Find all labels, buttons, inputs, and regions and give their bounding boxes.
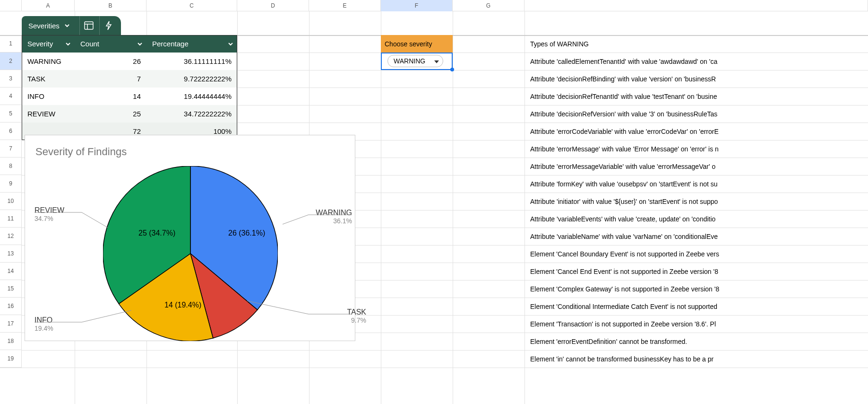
row-header-19[interactable]: 19 (0, 350, 22, 368)
table-header-label: Percentage (152, 40, 189, 48)
message-cell[interactable]: Element 'in' cannot be transformed busin… (527, 350, 868, 368)
severity-dropdown[interactable]: WARNING (387, 55, 443, 67)
message-text: Attribute 'calledElementTenantId' with v… (530, 58, 717, 65)
svg-rect-0 (85, 22, 93, 29)
col-header-G[interactable]: G (453, 0, 524, 11)
row-header-9[interactable]: 9 (0, 175, 22, 193)
message-text: Attribute 'decisionRefVersion' with valu… (530, 110, 717, 118)
cell-pct: 9.722222222% (146, 70, 237, 88)
message-cell[interactable]: Element 'Conditional Intermediate Catch … (527, 298, 868, 315)
cell-pct: 36.11111111% (146, 53, 237, 70)
message-cell[interactable]: Attribute 'errorMessageVariable' with va… (527, 158, 868, 175)
message-text: Attribute 'errorCodeVariable' with value… (530, 128, 719, 135)
row-header-1[interactable]: 1 (0, 35, 22, 53)
row-header-2[interactable]: 2 (0, 53, 22, 70)
cell-pct: 34.72222222% (146, 105, 237, 123)
chevron-down-icon (65, 41, 71, 47)
message-cell[interactable]: Attribute 'decisionRefBinding' with valu… (527, 70, 868, 88)
row-header-13[interactable]: 13 (0, 245, 22, 263)
lightning-icon[interactable] (99, 16, 118, 35)
col-header-A[interactable]: A (22, 0, 75, 11)
message-text: Attribute 'variableName' with value 'var… (530, 233, 718, 240)
message-text: Element 'Complex Gateway' is not support… (530, 285, 719, 293)
table-row[interactable]: TASK 7 9.722222222% (22, 70, 237, 88)
fill-handle[interactable] (450, 68, 454, 71)
message-text: Attribute 'decisionRefTenantId' with val… (530, 93, 717, 100)
message-text: Element 'Conditional Intermediate Catch … (530, 303, 717, 310)
message-cell[interactable]: Element 'Complex Gateway' is not support… (527, 280, 868, 298)
col-header-C[interactable]: C (146, 0, 237, 11)
gridline (453, 11, 453, 404)
cell-count: 14 (75, 88, 146, 105)
chevron-down-icon (137, 41, 143, 47)
cell-pct: 19.44444444% (146, 88, 237, 105)
row-header-7[interactable]: 7 (0, 140, 22, 158)
row-header-6[interactable]: 6 (0, 123, 22, 140)
table-row[interactable]: WARNING 26 36.11111111% (22, 53, 237, 70)
types-header-cell[interactable]: Types of WARNING (527, 35, 868, 53)
row-header-10[interactable]: 10 (0, 193, 22, 210)
table-tab[interactable]: Severities (22, 16, 77, 35)
message-cell[interactable]: Attribute 'variableName' with value 'var… (527, 228, 868, 245)
message-text: Attribute 'initiator' with value '${user… (530, 198, 718, 205)
cell-count: 26 (75, 53, 146, 70)
message-cell[interactable]: Attribute 'errorCodeVariable' with value… (527, 123, 868, 140)
row-header-15[interactable]: 15 (0, 280, 22, 298)
table-row[interactable]: INFO 14 19.44444444% (22, 88, 237, 105)
severity-dropdown-value: WARNING (394, 57, 425, 65)
cell-severity: WARNING (22, 53, 75, 70)
row-header-11[interactable]: 11 (0, 210, 22, 228)
row-header-17[interactable]: 17 (0, 315, 22, 333)
message-text: Attribute 'decisionRefBinding' with valu… (530, 75, 716, 83)
row-header-12[interactable]: 12 (0, 228, 22, 245)
table-row[interactable]: REVIEW 25 34.72222222% (22, 105, 237, 123)
col-header-B[interactable]: B (75, 0, 146, 11)
message-cell[interactable]: Element 'Transaction' is not supported i… (527, 315, 868, 333)
gridline (381, 11, 381, 404)
table-header-label: Count (80, 40, 99, 48)
message-text: Element 'in' cannot be transformed busin… (530, 355, 713, 363)
row-header-18[interactable]: 18 (0, 333, 22, 350)
message-cell[interactable]: Attribute 'decisionRefTenantId' with val… (527, 88, 868, 105)
row-header-5[interactable]: 5 (0, 105, 22, 123)
table-header-count[interactable]: Count (75, 35, 146, 53)
chevron-down-icon (228, 41, 233, 47)
leader-lines (25, 135, 356, 342)
col-header-F[interactable]: F (381, 0, 453, 11)
table-tab-bar: Severities (22, 16, 121, 35)
message-cell[interactable]: Element 'errorEventDefinition' cannot be… (527, 333, 868, 350)
table-tab-label: Severities (28, 22, 60, 30)
table-header-severity[interactable]: Severity (22, 35, 75, 53)
message-cell[interactable]: Attribute 'formKey' with value 'ousebpsv… (527, 175, 868, 193)
cell-severity: TASK (22, 70, 75, 88)
message-cell[interactable]: Attribute 'errorMessage' with value 'Err… (527, 140, 868, 158)
row-header-16[interactable]: 16 (0, 298, 22, 315)
types-header-label: Types of WARNING (530, 40, 589, 48)
severity-pie-chart[interactable]: Severity of Findings26 (36.1%)14 (19.4%)… (25, 135, 355, 341)
message-text: Element 'errorEventDefinition' cannot be… (530, 338, 687, 345)
col-header-rest (524, 0, 868, 11)
chevron-down-icon (64, 23, 70, 28)
message-cell[interactable]: Attribute 'variableEvents' with value 'c… (527, 210, 868, 228)
row-header-14[interactable]: 14 (0, 263, 22, 280)
choose-severity-label-cell[interactable]: Choose severity (381, 35, 453, 53)
col-header-E[interactable]: E (309, 0, 381, 11)
message-cell[interactable]: Element 'Cancel End Event' is not suppor… (527, 263, 868, 280)
row-header-4[interactable]: 4 (0, 88, 22, 105)
row-header-8[interactable]: 8 (0, 158, 22, 175)
message-cell[interactable]: Attribute 'decisionRefVersion' with valu… (527, 105, 868, 123)
message-text: Element 'Transaction' is not supported i… (530, 320, 716, 328)
cell-severity: REVIEW (22, 105, 75, 123)
message-cell[interactable]: Attribute 'initiator' with value '${user… (527, 193, 868, 210)
table-header-row: Severity Count Percentage (22, 35, 237, 53)
cell-count: 25 (75, 105, 146, 123)
table-group-icon[interactable] (79, 16, 98, 35)
col-header-D[interactable]: D (237, 0, 309, 11)
table-header-percentage[interactable]: Percentage (146, 35, 237, 53)
message-text: Attribute 'errorMessageVariable' with va… (530, 163, 715, 170)
row-header-3[interactable]: 3 (0, 70, 22, 88)
message-cell[interactable]: Attribute 'calledElementTenantId' with v… (527, 53, 868, 70)
select-all-corner[interactable] (0, 0, 22, 11)
message-text: Element 'Cancel End Event' is not suppor… (530, 268, 718, 275)
message-cell[interactable]: Element 'Cancel Boundary Event' is not s… (527, 245, 868, 263)
